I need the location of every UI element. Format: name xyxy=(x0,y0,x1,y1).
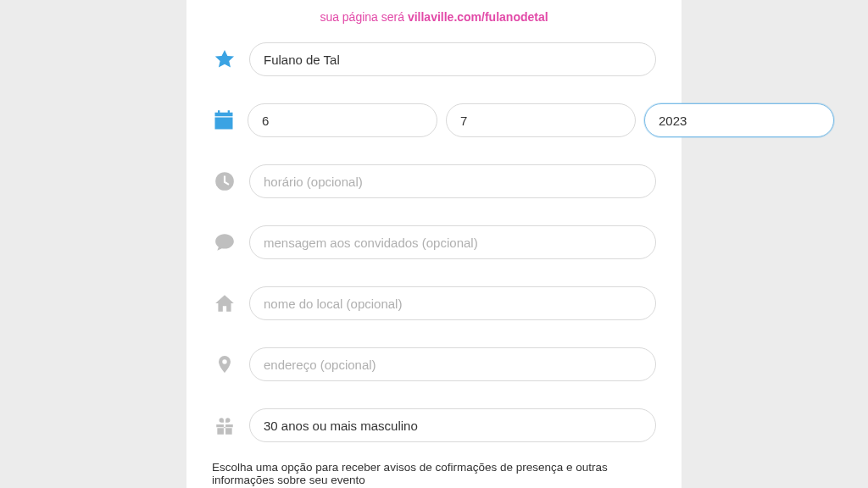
map-pin-icon xyxy=(212,352,237,376)
message-input[interactable] xyxy=(249,225,656,259)
gift-icon xyxy=(212,414,237,436)
time-input[interactable] xyxy=(249,164,656,198)
row-date xyxy=(212,103,656,137)
clock-icon xyxy=(212,170,237,192)
row-message xyxy=(212,225,656,259)
calendar-icon xyxy=(212,108,236,132)
date-day-input[interactable] xyxy=(248,103,437,137)
home-icon xyxy=(212,292,237,314)
row-time xyxy=(212,164,656,198)
date-year-input[interactable] xyxy=(644,103,834,137)
notify-instruction: Escolha uma opção para receber avisos de… xyxy=(212,461,656,486)
gift-category-input[interactable] xyxy=(249,408,656,442)
comment-icon xyxy=(212,231,237,253)
star-icon xyxy=(212,47,237,71)
name-input[interactable] xyxy=(249,42,656,76)
url-hint-prefix: sua página será xyxy=(320,10,408,24)
form-sheet: sua página será villaville.com/fulanodet… xyxy=(186,0,682,488)
date-month-input[interactable] xyxy=(446,103,636,137)
row-name xyxy=(212,42,656,76)
venue-input[interactable] xyxy=(249,286,656,320)
url-hint-slug: villaville.com/fulanodetal xyxy=(408,10,548,24)
row-venue xyxy=(212,286,656,320)
page-url-hint: sua página será villaville.com/fulanodet… xyxy=(212,10,656,24)
address-input[interactable] xyxy=(249,347,656,381)
row-address xyxy=(212,347,656,381)
row-gift xyxy=(212,408,656,442)
